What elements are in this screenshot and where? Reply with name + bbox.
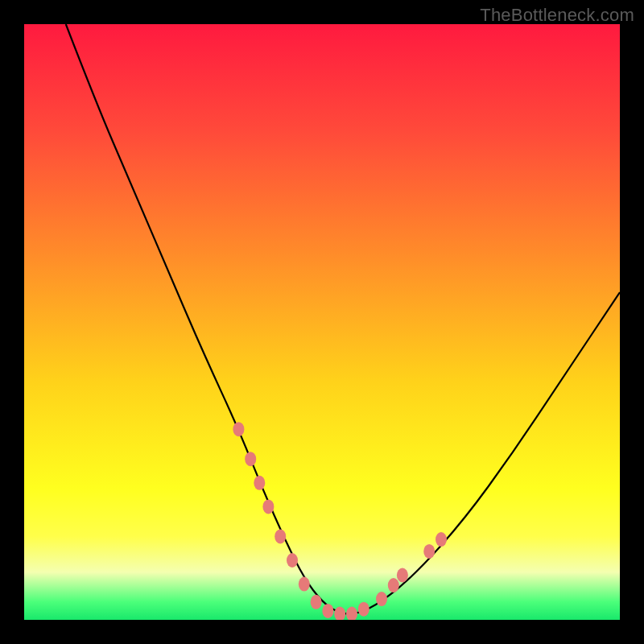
data-marker <box>358 602 369 617</box>
data-marker <box>233 422 244 436</box>
bottleneck-curve-line <box>66 24 620 614</box>
data-marker <box>346 607 357 620</box>
data-marker <box>397 568 408 583</box>
data-marker <box>262 499 274 514</box>
data-marker <box>245 452 256 466</box>
data-marker <box>436 532 447 547</box>
data-marker <box>299 577 310 592</box>
bottleneck-chart <box>24 24 620 620</box>
data-marker <box>287 553 298 568</box>
watermark-text: TheBottleneck.com <box>480 5 634 26</box>
data-marker <box>275 529 286 543</box>
data-marker <box>254 476 265 490</box>
data-marker <box>322 604 333 618</box>
data-marker <box>423 544 435 559</box>
data-marker <box>388 578 399 592</box>
data-marker <box>334 607 345 620</box>
data-markers <box>233 422 447 620</box>
data-marker <box>311 595 322 609</box>
data-marker <box>376 592 387 606</box>
